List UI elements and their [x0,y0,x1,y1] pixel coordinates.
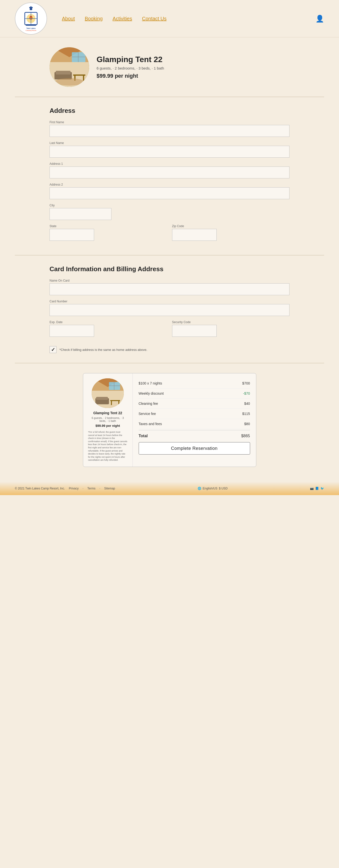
address2-label: Address 2 [50,183,289,186]
svg-rect-23 [73,74,85,76]
cost-label-1: Weekly discount [139,392,164,395]
card-section-title: Card Information and Billing Address [50,265,289,273]
security-code-label: Security Code [172,320,290,324]
instagram-icon[interactable]: 📷 [310,487,314,490]
twitter-icon[interactable]: 🐦 [320,487,324,490]
zip-input[interactable] [172,229,217,241]
total-label: Total [139,434,148,438]
svg-point-26 [55,78,84,86]
address2-field: Address 2 [50,183,289,199]
header: Twin Lakes Camping Resort About Booking … [0,0,339,37]
last-name-label: Last Name [50,141,289,145]
footer-sitemap-link[interactable]: Sitemap [104,487,115,490]
footer-privacy-link[interactable]: Privacy [69,487,79,490]
billing-same-checkbox[interactable]: ✓ [50,346,56,353]
city-field: City [50,204,289,220]
nav-booking[interactable]: Booking [85,16,103,22]
card-number-field: Card Number [50,300,289,316]
cost-value-3: $115 [242,412,250,416]
cost-row-4: Taxes and fees $80 [139,419,250,429]
cost-value-1: -$70 [243,392,250,395]
zip-label: Zip Code [172,224,290,228]
summary-property-name: Glamping Tent 22 [93,411,122,415]
cost-label-3: Service fee [139,412,156,416]
first-name-input[interactable] [50,125,289,137]
svg-rect-22 [56,71,70,74]
svg-text:Twin Lakes: Twin Lakes [26,28,35,29]
security-code-input[interactable] [172,325,217,337]
cost-label-4: Taxes and fees [139,422,162,426]
svg-rect-34 [109,385,120,386]
cost-row-1: Weekly discount -$70 [139,389,250,399]
address1-input[interactable] [50,166,289,178]
booking-summary-section: Glamping Tent 22 6 guests, · 2 bedrooms,… [0,363,339,482]
checkmark-icon: ✓ [51,347,55,352]
globe-icon: 🌐 [198,487,201,490]
cost-label-2: Cleaning fee [139,402,158,406]
footer-language[interactable]: English/US [203,487,218,490]
footer-left: © 2021 Twin Lakes Camp Resort, Inc. Priv… [15,487,115,490]
cost-label-0: $100 x 7 nights [139,381,162,385]
footer: © 2021 Twin Lakes Camp Resort, Inc. Priv… [0,482,339,495]
city-label: City [50,204,289,207]
summary-amenities: 6 guests, · 2 bedrooms, · 3 beds, · 1 ba… [88,416,128,422]
name-on-card-input[interactable] [50,283,289,295]
svg-rect-25 [83,76,84,81]
footer-terms-link[interactable]: Terms [87,487,95,490]
summary-right: $100 x 7 nights $700 Weekly discount -$7… [133,373,256,467]
cost-row-2: Cleaning fee $40 [139,399,250,409]
city-input[interactable] [50,208,111,220]
exp-date-field: Exp. Date [50,320,167,337]
address2-input[interactable] [50,187,289,199]
summary-property-image [92,378,124,408]
address-form-section: Address First Name Last Name Address 1 A… [0,97,339,255]
svg-rect-38 [111,401,112,405]
cost-value-0: $700 [242,381,250,385]
property-amenities: 6 guests, · 2 bedrooms, · 3 beds, · 1 ba… [96,66,164,70]
state-field: State [50,224,167,241]
property-image [50,47,89,87]
svg-rect-37 [110,400,120,401]
nav: About Booking Activities Contact Us [62,16,315,22]
cost-value-4: $80 [244,422,250,426]
name-on-card-label: Name On Card [50,279,289,282]
nav-about[interactable]: About [62,16,75,22]
state-zip-row: State Zip Code [50,224,289,245]
zip-field: Zip Code [172,224,290,241]
nav-contact[interactable]: Contact Us [142,16,166,22]
last-name-field: Last Name [50,141,289,158]
summary-price: $99.99 per night [95,424,120,428]
first-name-field: First Name [50,121,289,137]
exp-date-input[interactable] [50,325,94,337]
card-form-section: Card Information and Billing Address Nam… [0,255,339,363]
complete-reservation-button[interactable]: Complete Reservation [139,442,250,455]
state-input[interactable] [50,229,94,241]
name-on-card-field: Name On Card [50,279,289,295]
cost-row-3: Service fee $115 [139,409,250,419]
user-icon[interactable]: 👤 [315,14,324,23]
cost-row-0: $100 x 7 nights $700 [139,378,250,389]
security-code-field: Security Code [172,320,290,337]
svg-rect-20 [72,57,85,57]
logo[interactable]: Twin Lakes Camping Resort [15,2,47,35]
first-name-label: First Name [50,121,289,124]
footer-social: 📷 📘 🐦 [310,487,324,490]
nav-activities[interactable]: Activities [113,16,132,22]
property-name: Glamping Tent 22 [96,55,164,64]
last-name-input[interactable] [50,146,289,158]
svg-rect-39 [118,401,119,405]
property-section: Glamping Tent 22 6 guests, · 2 bedrooms,… [0,37,339,97]
exp-date-label: Exp. Date [50,320,167,324]
billing-same-row: ✓ *Check if billing address is the same … [50,346,289,353]
property-details: Glamping Tent 22 6 guests, · 2 bedrooms,… [96,55,164,79]
cost-value-2: $40 [244,402,250,406]
footer-center: 🌐 English/US $ USD [198,487,228,490]
state-label: State [50,224,167,228]
card-number-input[interactable] [50,304,289,316]
address-section-title: Address [50,107,289,115]
summary-card: Glamping Tent 22 6 guests, · 2 bedrooms,… [83,373,256,467]
svg-rect-36 [96,397,108,400]
total-value: $865 [241,434,250,438]
card-number-label: Card Number [50,300,289,303]
facebook-icon[interactable]: 📘 [315,487,319,490]
